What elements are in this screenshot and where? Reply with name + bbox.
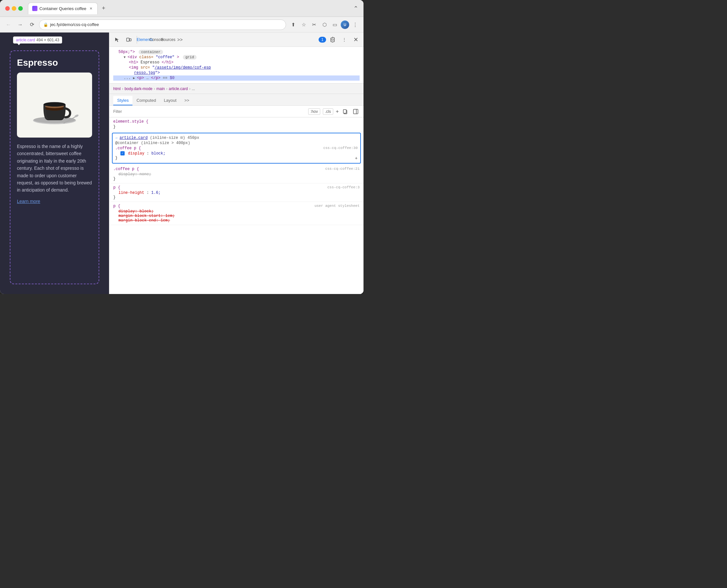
browser-window: Container Queries coffee ✕ + ⌃ ← → ⟳ 🔒 j… — [0, 0, 363, 294]
svg-point-6 — [44, 102, 65, 106]
tab-label: Container Queries coffee — [39, 6, 86, 11]
tab-close-button[interactable]: ✕ — [88, 6, 94, 11]
styles-content: element.style { } → article.card (inline… — [109, 118, 363, 294]
pseudo-filter-button[interactable]: :hov — [308, 108, 320, 115]
tab-more[interactable]: >> — [180, 96, 193, 105]
more-panels-btn[interactable]: >> — [175, 35, 185, 45]
rule-selector-line: .coffee p { css-cq-coffee:30 — [115, 146, 358, 151]
new-tab-button[interactable]: + — [99, 4, 108, 13]
article-card-rule-highlighted: → article.card (inline-size ⊡) 450px @co… — [112, 133, 361, 164]
window-controls-right: ⌃ — [354, 5, 358, 12]
addressbar-actions: ⬆ ☆ ✂ ⬡ ▭ U ⋮ — [289, 20, 360, 29]
ua-margin-end-property: margin-block-end: 1em; — [113, 218, 360, 223]
line-height-property: line-height : 1.6; — [113, 191, 360, 195]
learn-more-link[interactable]: Learn more — [17, 199, 40, 204]
extensions-button[interactable]: ⬡ — [320, 20, 329, 29]
card-title: Espresso — [17, 58, 92, 68]
minimize-window-button[interactable] — [12, 6, 16, 11]
rule-inline-size: (inline-size ⊡) 450px — [150, 135, 199, 140]
badge-selector-text: article.card — [16, 38, 35, 42]
add-property-button[interactable]: + — [355, 156, 358, 161]
devtools-more-button[interactable]: ⋮ — [339, 35, 349, 45]
toggle-sidebar-button[interactable] — [352, 108, 360, 115]
cls-filter-button[interactable]: .cls — [323, 108, 333, 115]
maximize-window-button[interactable] — [18, 6, 23, 11]
at-container-rule: @container (inline-size > 400px) — [115, 141, 358, 145]
svg-rect-9 — [127, 38, 129, 41]
ua-display-property: display: block; — [113, 209, 360, 214]
bookmark-button[interactable]: ☆ — [299, 20, 308, 29]
filter-input[interactable] — [113, 109, 306, 114]
copy-styles-button[interactable] — [341, 108, 349, 115]
element-badge: article.card 494 × 601.43 — [13, 37, 62, 44]
dom-line-5: resso.jpg"> — [113, 70, 360, 76]
settings-button[interactable] — [327, 35, 338, 45]
sources-panel-btn[interactable]: Sources — [163, 35, 174, 45]
tab-styles[interactable]: Styles — [113, 96, 133, 105]
badge-arrow — [17, 43, 20, 45]
profile-avatar[interactable]: U — [341, 20, 349, 29]
p-ua-selector: p { — [113, 204, 120, 208]
tab-computed[interactable]: Computed — [133, 96, 160, 105]
sidebar-button[interactable]: ▭ — [330, 20, 339, 29]
devtools-close-button[interactable]: ✕ — [351, 36, 361, 43]
rule-source-3: css-cq-coffee:3 — [327, 185, 360, 191]
article-card-selector-link[interactable]: article.card — [119, 135, 147, 140]
espresso-image — [17, 72, 92, 138]
reload-button[interactable]: ⟳ — [27, 20, 37, 29]
console-panel-btn[interactable]: Console — [151, 35, 162, 45]
user-agent-source: user agent stylesheet — [315, 204, 360, 209]
coffee-p-selector-line: .coffee p { css-cq-coffee:21 — [113, 167, 360, 172]
add-style-button[interactable]: + — [336, 109, 339, 114]
bc-body[interactable]: body.dark-mode — [125, 86, 153, 91]
bc-html[interactable]: html — [113, 86, 121, 91]
dom-tree: 50px;"> container ▼ <div class= "coffee"… — [109, 47, 363, 84]
inspect-element-button[interactable] — [112, 35, 122, 45]
rule-closing-line: } + — [115, 156, 358, 161]
grid-badge: grid — [183, 55, 197, 60]
element-style-rule: element.style { } — [109, 118, 363, 131]
device-mode-button[interactable] — [124, 35, 134, 45]
address-bar: ← → ⟳ 🔒 jec.fyi/demo/css-cq-coffee ⬆ ☆ ✂… — [0, 17, 363, 33]
display-block-property: display : block; — [115, 151, 358, 156]
container-badge: container — [139, 50, 163, 54]
svg-rect-13 — [354, 109, 358, 114]
dom-line-6-selected[interactable]: ... ▶ <p> … </p> == $0 — [113, 76, 360, 81]
coffee-p-selector-highlighted: .coffee p { — [115, 146, 141, 151]
devtools-toolbar: Elements Console Sources >> 1 ⋮ ✕ — [109, 33, 363, 47]
element-style-selector: element.style { — [113, 119, 360, 124]
rule-source-21: css-cq-coffee:21 — [325, 167, 360, 172]
bc-main[interactable]: main — [157, 86, 165, 91]
rule-source-30: css-cq-coffee:30 — [323, 146, 358, 151]
share-button[interactable]: ⬆ — [289, 20, 298, 29]
p-line-height-rule: p { css-cq-coffee:3 line-height : 1.6; } — [109, 184, 363, 202]
lock-icon: 🔒 — [43, 22, 48, 27]
svg-rect-12 — [343, 110, 346, 113]
ua-margin-start-property: margin-block-start: 1em; — [113, 214, 360, 218]
close-window-button[interactable] — [5, 6, 10, 11]
bc-article[interactable]: article.card — [169, 86, 188, 91]
filter-bar: :hov .cls + — [109, 106, 363, 118]
tab-favicon-icon — [32, 6, 37, 11]
property-checkbox[interactable] — [120, 151, 125, 155]
issues-badge[interactable]: 1 — [319, 37, 326, 43]
tab-layout[interactable]: Layout — [160, 96, 180, 105]
article-card: Espresso — [10, 50, 99, 284]
url-text: jec.fyi/demo/css-cq-coffee — [50, 22, 99, 27]
address-box[interactable]: 🔒 jec.fyi/demo/css-cq-coffee — [39, 20, 286, 30]
active-tab[interactable]: Container Queries coffee ✕ — [28, 3, 98, 14]
dom-line-1: 50px;"> container — [113, 49, 360, 55]
breadcrumb: html › body.dark-mode › main › article.c… — [109, 84, 363, 94]
dom-line-2: ▼ <div class= "coffee" > grid — [113, 55, 360, 60]
tab-bar: Container Queries coffee ✕ + — [28, 3, 351, 14]
styles-tabs: Styles Computed Layout >> — [109, 94, 363, 106]
card-image — [17, 72, 92, 138]
bc-ellipsis: ... — [192, 86, 195, 91]
elements-panel-btn[interactable]: Elements — [140, 35, 150, 45]
forward-button[interactable]: → — [16, 20, 25, 29]
more-menu-button[interactable]: ⋮ — [350, 20, 360, 29]
p-selector: p { — [113, 185, 120, 190]
back-button[interactable]: ← — [4, 20, 13, 29]
coffee-p-rule-2: .coffee p { css-cq-coffee:21 display: no… — [109, 165, 363, 184]
svg-rect-10 — [129, 39, 131, 41]
